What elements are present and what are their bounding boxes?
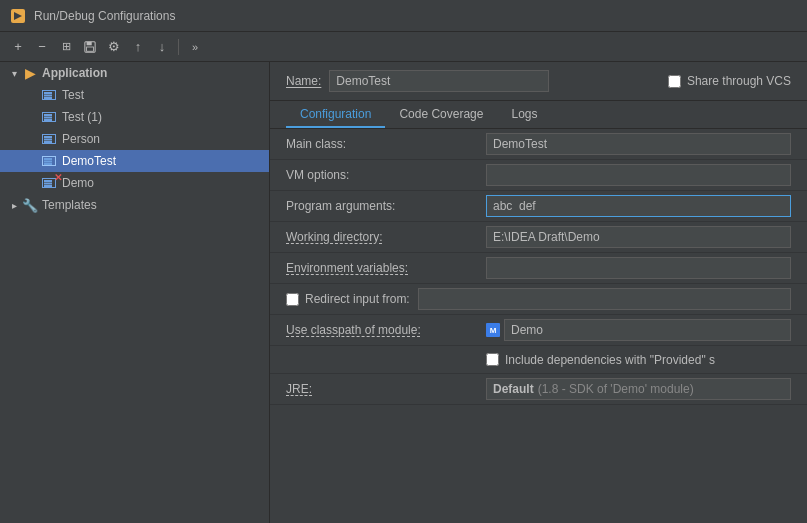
share-checkbox[interactable] — [668, 75, 681, 88]
main-class-input[interactable] — [486, 133, 791, 155]
classpath-field: M — [486, 319, 791, 341]
redirect-checkbox-row: Redirect input from: — [286, 292, 410, 306]
name-row: Name: Share through VCS — [270, 62, 807, 101]
tree-arrow-application — [8, 67, 20, 79]
redirect-checkbox[interactable] — [286, 293, 299, 306]
vm-options-field — [486, 164, 791, 186]
toolbar: + − ⊞ ⚙ ↑ ↓ » — [0, 32, 807, 62]
settings-button[interactable]: ⚙ — [104, 37, 124, 57]
share-label: Share through VCS — [687, 74, 791, 88]
module-icon: M — [486, 323, 500, 337]
tree-item-demo[interactable]: ✕ Demo — [0, 172, 269, 194]
svg-rect-3 — [87, 41, 92, 44]
jre-detail-text: (1.8 - SDK of 'Demo' module) — [538, 382, 694, 396]
vm-options-input[interactable] — [486, 164, 791, 186]
more-button[interactable]: » — [185, 37, 205, 57]
demo-config-icon: ✕ — [42, 175, 58, 191]
toolbar-separator — [178, 39, 179, 55]
test1-label: Test (1) — [62, 110, 102, 124]
tab-coverage[interactable]: Code Coverage — [385, 101, 497, 128]
jre-default-text: Default — [493, 382, 534, 396]
tree-arrow-templates — [8, 199, 20, 211]
application-folder-icon: ▶ — [22, 65, 38, 81]
templates-icon: 🔧 — [22, 197, 38, 213]
env-vars-field — [486, 257, 791, 279]
form-row-env-vars: Environment variables: — [270, 253, 807, 284]
jre-label: JRE: — [286, 382, 486, 396]
jre-selector[interactable]: Default (1.8 - SDK of 'Demo' module) — [486, 378, 791, 400]
svg-rect-4 — [87, 47, 94, 51]
application-label: Application — [42, 66, 107, 80]
tree-item-templates[interactable]: 🔧 Templates — [0, 194, 269, 216]
vm-options-label: VM options: — [286, 168, 486, 182]
form-row-redirect: Redirect input from: — [270, 284, 807, 315]
move-up-button[interactable]: ↑ — [128, 37, 148, 57]
tabs-bar: Configuration Code Coverage Logs — [270, 101, 807, 129]
save-button[interactable] — [80, 37, 100, 57]
right-panel: Name: Share through VCS Configuration Co… — [270, 62, 807, 523]
include-deps-checkbox[interactable] — [486, 353, 499, 366]
demotest-config-icon — [42, 153, 58, 169]
form-row-program-args: Program arguments: — [270, 191, 807, 222]
form-row-main-class: Main class: — [270, 129, 807, 160]
title-bar: Run/Debug Configurations — [0, 0, 807, 32]
include-deps-row: Include dependencies with "Provided" s — [486, 353, 791, 367]
program-args-field — [486, 195, 791, 217]
test-config-icon — [42, 87, 58, 103]
form-row-classpath: Use classpath of module: M — [270, 315, 807, 346]
share-area: Share through VCS — [668, 74, 791, 88]
person-label: Person — [62, 132, 100, 146]
classpath-input[interactable] — [504, 319, 791, 341]
main-class-field — [486, 133, 791, 155]
move-down-button[interactable]: ↓ — [152, 37, 172, 57]
config-form: Main class: VM options: Program argument… — [270, 129, 807, 523]
working-dir-field — [486, 226, 791, 248]
program-args-input[interactable] — [486, 195, 791, 217]
form-row-vm-options: VM options: — [270, 160, 807, 191]
add-button[interactable]: + — [8, 37, 28, 57]
tab-configuration[interactable]: Configuration — [286, 101, 385, 128]
program-args-label: Program arguments: — [286, 199, 486, 213]
redirect-input[interactable] — [418, 288, 791, 310]
form-row-working-dir: Working directory: — [270, 222, 807, 253]
redirect-field — [418, 288, 791, 310]
copy-button[interactable]: ⊞ — [56, 37, 76, 57]
working-dir-label: Working directory: — [286, 230, 486, 244]
demotest-label: DemoTest — [62, 154, 116, 168]
left-panel: ▶ Application Test Test (1) Person — [0, 62, 270, 523]
redirect-label: Redirect input from: — [305, 292, 410, 306]
classpath-label: Use classpath of module: — [286, 323, 486, 337]
tree-item-application[interactable]: ▶ Application — [0, 62, 269, 84]
tree-item-demotest[interactable]: DemoTest — [0, 150, 269, 172]
tree-item-test1[interactable]: Test (1) — [0, 106, 269, 128]
tree-item-person[interactable]: Person — [0, 128, 269, 150]
env-vars-label: Environment variables: — [286, 261, 486, 275]
main-layout: ▶ Application Test Test (1) Person — [0, 62, 807, 523]
templates-label: Templates — [42, 198, 97, 212]
form-row-jre: JRE: Default (1.8 - SDK of 'Demo' module… — [270, 374, 807, 405]
name-input[interactable] — [329, 70, 549, 92]
tree-item-test[interactable]: Test — [0, 84, 269, 106]
working-dir-input[interactable] — [486, 226, 791, 248]
include-deps-label: Include dependencies with "Provided" s — [505, 353, 715, 367]
form-row-include-deps: Include dependencies with "Provided" s — [270, 346, 807, 374]
test-label: Test — [62, 88, 84, 102]
main-class-label: Main class: — [286, 137, 486, 151]
tab-logs[interactable]: Logs — [497, 101, 551, 128]
person-config-icon — [42, 131, 58, 147]
app-icon — [10, 8, 26, 24]
remove-button[interactable]: − — [32, 37, 52, 57]
jre-field: Default (1.8 - SDK of 'Demo' module) — [486, 378, 791, 400]
title-text: Run/Debug Configurations — [34, 9, 175, 23]
demo-label: Demo — [62, 176, 94, 190]
test1-config-icon — [42, 109, 58, 125]
name-label: Name: — [286, 74, 321, 88]
env-vars-input[interactable] — [486, 257, 791, 279]
